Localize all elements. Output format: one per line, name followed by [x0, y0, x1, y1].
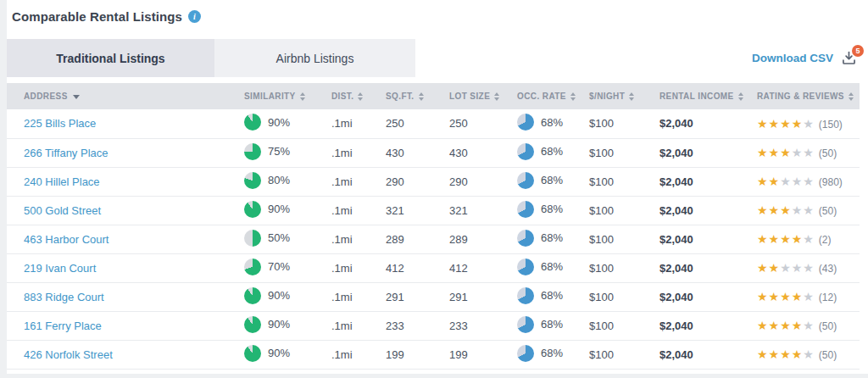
price-per-night-value: $100: [589, 225, 659, 253]
similarity-pie-icon: [244, 287, 261, 304]
column-header-sqft[interactable]: Sq.Ft.: [386, 83, 449, 109]
tab-traditional-listings[interactable]: Traditional Listings: [7, 39, 214, 77]
star-icon: ★: [757, 117, 769, 131]
table-header-row: AddressSimilarityDist.Sq.Ft.Lot SizeOcc.…: [7, 83, 860, 109]
star-icon: ★: [757, 232, 769, 246]
review-count: (50): [819, 349, 837, 361]
price-per-night-value: $100: [589, 253, 659, 282]
titlebar: Comparable Rental Listings i: [7, 0, 868, 39]
occupancy-cell: 68%: [517, 143, 563, 160]
star-icon: ★: [757, 290, 769, 303]
table-row: 219 Ivan Court70%.1mi41241268%$100$2,040…: [7, 253, 860, 282]
address-link[interactable]: 426 Norfolk Street: [24, 348, 113, 361]
similarity-cell: 90%: [244, 316, 290, 333]
occupancy-cell: 68%: [517, 345, 563, 362]
star-icon: ★: [780, 347, 792, 361]
column-header-dist[interactable]: Dist.: [331, 83, 386, 109]
star-icon: ★: [769, 261, 781, 275]
address-link[interactable]: 240 Hillel Place: [24, 175, 100, 188]
star-icon: ★: [803, 261, 815, 275]
occupancy-cell: 68%: [517, 114, 563, 131]
star-rating: ★★★★★: [757, 347, 815, 361]
table-body: 225 Bills Place90%.1mi25025068%$100$2,04…: [7, 109, 860, 369]
rental-income-value: $2,040: [659, 117, 693, 130]
review-count: (50): [819, 147, 837, 159]
column-label: Rating & Reviews: [757, 92, 844, 101]
comparable-listings-table: AddressSimilarityDist.Sq.Ft.Lot SizeOcc.…: [7, 83, 860, 370]
star-icon: ★: [757, 175, 769, 188]
address-link[interactable]: 500 Gold Street: [24, 204, 101, 217]
star-icon: ★: [803, 146, 815, 159]
column-label: Sq.Ft.: [386, 92, 415, 101]
sort-updown-icon: [629, 92, 634, 101]
star-rating: ★★★★★: [757, 203, 815, 217]
address-link[interactable]: 266 Tiffany Place: [24, 147, 108, 159]
similarity-pie-icon: [244, 114, 261, 131]
lot-size-value: 412: [449, 253, 517, 282]
tab-airbnb-listings[interactable]: Airbnb Listings: [214, 39, 415, 77]
column-header-lot_size[interactable]: Lot Size: [449, 83, 517, 109]
table-row: 426 Norfolk Street90%.1mi19919968%$100$2…: [7, 340, 860, 369]
occupancy-cell: 68%: [517, 258, 563, 275]
occupancy-pie-icon: [517, 201, 534, 218]
star-icon: ★: [780, 175, 792, 188]
star-rating: ★★★★★: [757, 175, 815, 188]
lot-size-value: 289: [449, 225, 517, 253]
column-header-address[interactable]: Address: [7, 83, 244, 109]
column-label: Dist.: [331, 92, 353, 101]
rental-income-value: $2,040: [659, 291, 693, 303]
rental-income-value: $2,040: [659, 320, 693, 332]
star-rating: ★★★★★: [757, 146, 815, 159]
table-row: 161 Ferry Place90%.1mi23323368%$100$2,04…: [7, 311, 860, 340]
star-icon: ★: [780, 117, 792, 131]
rental-income-value: $2,040: [659, 348, 693, 361]
download-csv-button[interactable]: Download CSV 5: [752, 39, 856, 77]
similarity-value: 50%: [268, 231, 290, 244]
occupancy-pie-icon: [517, 316, 534, 333]
star-icon: ★: [792, 347, 804, 361]
column-label: Address: [24, 92, 68, 101]
sort-updown-icon: [494, 92, 499, 101]
column-header-rating[interactable]: Rating & Reviews: [757, 83, 860, 109]
occupancy-value: 68%: [541, 318, 563, 331]
distance-value: .1mi: [331, 196, 386, 225]
lot-size-value: 291: [449, 282, 517, 311]
star-icon: ★: [769, 319, 781, 332]
price-per-night-value: $100: [589, 167, 659, 196]
star-icon: ★: [803, 319, 815, 332]
column-header-rental_income[interactable]: Rental Income: [659, 83, 757, 109]
occupancy-cell: 68%: [517, 201, 563, 218]
lot-size-value: 430: [449, 138, 517, 167]
star-icon: ★: [780, 290, 792, 303]
column-header-similarity[interactable]: Similarity: [244, 83, 331, 109]
table-row: 500 Gold Street90%.1mi32132168%$100$2,04…: [7, 196, 860, 225]
address-link[interactable]: 883 Ridge Court: [24, 291, 104, 303]
lot-size-value: 290: [449, 167, 517, 196]
occupancy-pie-icon: [517, 345, 534, 362]
download-csv-label: Download CSV: [752, 52, 833, 64]
sort-updown-icon: [300, 92, 305, 101]
address-link[interactable]: 161 Ferry Place: [24, 320, 102, 332]
star-icon: ★: [757, 347, 769, 361]
address-link[interactable]: 219 Ivan Court: [24, 262, 96, 275]
occupancy-pie-icon: [517, 143, 534, 160]
occupancy-value: 68%: [541, 145, 563, 158]
star-icon: ★: [792, 203, 804, 217]
distance-value: .1mi: [331, 109, 386, 138]
occupancy-cell: 68%: [517, 230, 563, 247]
column-label: Lot Size: [449, 92, 490, 101]
occupancy-cell: 68%: [517, 287, 563, 304]
star-icon: ★: [792, 319, 804, 332]
rental-income-value: $2,040: [659, 147, 693, 159]
star-icon: ★: [769, 347, 781, 361]
similarity-cell: 50%: [244, 230, 290, 247]
occupancy-value: 68%: [541, 260, 563, 273]
address-link[interactable]: 463 Harbor Court: [24, 233, 108, 246]
info-icon[interactable]: i: [188, 10, 201, 23]
column-header-occ_rate[interactable]: Occ. Rate: [517, 83, 589, 109]
star-rating: ★★★★★: [757, 319, 815, 332]
star-icon: ★: [780, 232, 792, 246]
occupancy-value: 68%: [541, 289, 563, 302]
address-link[interactable]: 225 Bills Place: [24, 117, 96, 130]
column-header-night[interactable]: $/Night: [589, 83, 659, 109]
